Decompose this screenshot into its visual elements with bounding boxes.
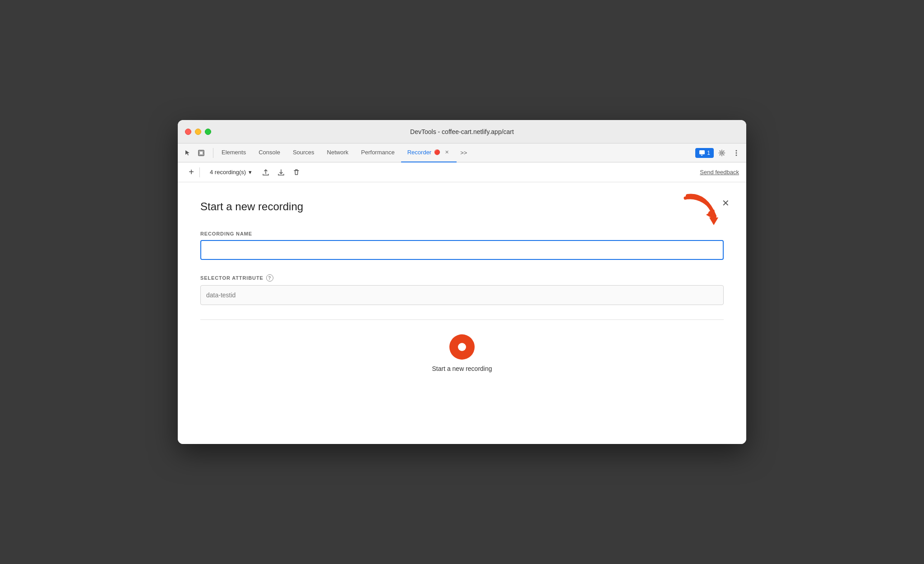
svg-rect-1 bbox=[199, 151, 203, 155]
help-icon[interactable]: ? bbox=[266, 274, 273, 282]
svg-point-6 bbox=[736, 154, 737, 156]
start-recording-label: Start a new recording bbox=[432, 365, 492, 372]
svg-marker-8 bbox=[709, 217, 718, 225]
delete-recording-button[interactable] bbox=[291, 166, 302, 178]
tab-sources[interactable]: Sources bbox=[286, 143, 321, 162]
recording-name-input[interactable] bbox=[200, 240, 724, 260]
devtools-window: DevTools - coffee-cart.netlify.app/cart … bbox=[178, 120, 746, 444]
maximize-button[interactable] bbox=[205, 129, 211, 135]
recorder-tab-close[interactable]: ✕ bbox=[443, 149, 450, 156]
start-recording-section: Start a new recording bbox=[200, 320, 724, 372]
add-recording-button[interactable]: + bbox=[185, 166, 198, 179]
recordings-divider bbox=[199, 167, 200, 177]
svg-point-4 bbox=[736, 150, 737, 151]
tab-console[interactable]: Console bbox=[252, 143, 286, 162]
tab-elements[interactable]: Elements bbox=[215, 143, 252, 162]
tab-network[interactable]: Network bbox=[321, 143, 355, 162]
title-bar: DevTools - coffee-cart.netlify.app/cart bbox=[178, 120, 746, 143]
form-title: Start a new recording bbox=[200, 200, 724, 213]
traffic-lights bbox=[185, 129, 211, 135]
svg-point-3 bbox=[721, 152, 723, 154]
more-options-button[interactable] bbox=[730, 147, 743, 159]
window-title: DevTools - coffee-cart.netlify.app/cart bbox=[410, 128, 514, 135]
recordings-dropdown[interactable]: 4 recording(s) ▾ bbox=[205, 167, 256, 177]
layers-icon-button[interactable] bbox=[195, 147, 208, 159]
close-button[interactable] bbox=[185, 129, 191, 135]
dropdown-chevron-icon: ▾ bbox=[249, 169, 252, 176]
tab-recorder[interactable]: Recorder 🔴 ✕ bbox=[401, 143, 457, 162]
recordings-action-icons bbox=[260, 166, 302, 178]
selector-attribute-input[interactable] bbox=[200, 285, 724, 305]
selector-attribute-field: SELECTOR ATTRIBUTE ? bbox=[200, 274, 724, 305]
start-recording-button[interactable] bbox=[449, 334, 475, 360]
send-feedback-link[interactable]: Send feedback bbox=[700, 169, 739, 176]
export-recording-button[interactable] bbox=[260, 166, 272, 178]
toolbar-icons bbox=[181, 147, 208, 159]
toolbar-divider bbox=[213, 148, 213, 158]
main-content: ✕ Start a new recording RECORDING NAME S… bbox=[178, 182, 746, 444]
minimize-button[interactable] bbox=[195, 129, 201, 135]
record-button-inner bbox=[458, 343, 466, 351]
svg-point-5 bbox=[736, 152, 737, 153]
recorder-toolbar: + 4 recording(s) ▾ bbox=[178, 162, 746, 182]
settings-button[interactable] bbox=[716, 147, 728, 159]
toolbar-right: 1 bbox=[695, 147, 743, 159]
more-tabs-button[interactable]: >> bbox=[457, 143, 471, 162]
devtools-toolbar: Elements Console Sources Network Perform… bbox=[178, 143, 746, 162]
recorder-active-icon: 🔴 bbox=[434, 149, 440, 155]
cursor-icon-button[interactable] bbox=[181, 147, 194, 159]
comments-button[interactable]: 1 bbox=[695, 148, 714, 158]
recording-name-field: RECORDING NAME bbox=[200, 231, 724, 274]
import-recording-button[interactable] bbox=[275, 166, 287, 178]
recording-name-label: RECORDING NAME bbox=[200, 231, 724, 236]
close-form-button[interactable]: ✕ bbox=[719, 197, 732, 209]
tab-performance[interactable]: Performance bbox=[355, 143, 401, 162]
svg-rect-2 bbox=[699, 150, 705, 154]
selector-attribute-label: SELECTOR ATTRIBUTE ? bbox=[200, 274, 724, 282]
tabs-container: Elements Console Sources Network Perform… bbox=[215, 143, 695, 162]
